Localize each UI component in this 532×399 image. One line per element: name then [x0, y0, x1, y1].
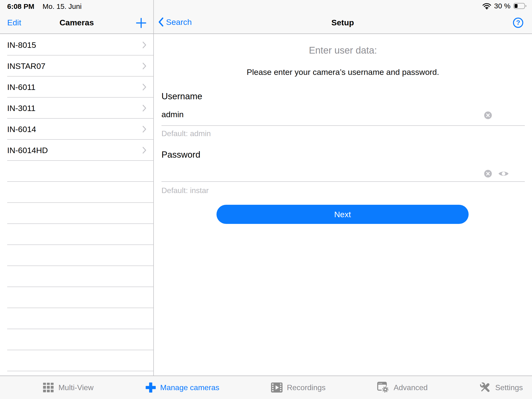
tab-label: Advanced: [393, 383, 427, 392]
chevron-right-icon: [142, 147, 147, 154]
tab-settings[interactable]: Settings: [479, 382, 523, 393]
username-hint: Default: admin: [161, 129, 211, 138]
chevron-right-icon: [142, 63, 147, 70]
camera-name: IN-6011: [7, 76, 35, 98]
tab-manage-cameras[interactable]: Manage cameras: [146, 382, 219, 393]
camera-list-item[interactable]: IN-6014: [0, 119, 153, 140]
password-input[interactable]: [161, 166, 475, 179]
status-bar-right: 30 %: [482, 2, 527, 10]
date: Mo. 15. Juni: [43, 2, 82, 10]
setup-panel: Enter user data: Please enter your camer…: [154, 34, 532, 376]
help-button[interactable]: ?: [512, 17, 524, 28]
camera-name: IN-3011: [7, 98, 35, 119]
battery-icon: [513, 3, 527, 9]
password-hint: Default: instar: [161, 186, 209, 195]
username-underline: [161, 125, 525, 126]
camera-list-item[interactable]: INSTAR07: [0, 56, 153, 76]
chevron-right-icon: [142, 126, 147, 133]
plus-icon: [146, 382, 156, 393]
film-icon: [271, 382, 283, 393]
window-gear-icon: [377, 382, 389, 393]
eye-icon[interactable]: [498, 170, 509, 177]
empty-list-row: [0, 182, 153, 203]
empty-list-row: [0, 224, 153, 245]
svg-text:?: ?: [516, 19, 520, 26]
add-camera-button[interactable]: [136, 18, 146, 28]
tab-label: Settings: [495, 383, 523, 392]
camera-list-item[interactable]: IN-3011: [0, 98, 153, 119]
form-heading: Enter user data:: [154, 45, 532, 56]
camera-name: INSTAR07: [7, 56, 45, 76]
camera-name: IN-6014HD: [7, 140, 48, 161]
camera-list-item[interactable]: IN-8015: [0, 34, 153, 56]
password-underline: [161, 181, 525, 182]
tab-label: Manage cameras: [160, 383, 219, 392]
empty-list-row: [0, 329, 153, 350]
empty-list-row: [0, 308, 153, 329]
clear-icon[interactable]: [484, 111, 492, 119]
camera-name: IN-6014: [7, 119, 36, 140]
grid-icon: [43, 382, 54, 393]
form-subheading: Please enter your camera’s username and …: [154, 67, 532, 77]
sidebar-title: Cameras: [0, 18, 153, 27]
empty-list-row: [0, 350, 153, 371]
tab-multi-view[interactable]: Multi-View: [43, 382, 94, 393]
battery-percent: 30 %: [494, 2, 510, 10]
top-header: 6:08 PM Mo. 15. Juni 30 % Edit Cameras: [0, 0, 532, 34]
empty-list-row: [0, 245, 153, 266]
camera-list-item[interactable]: IN-6014HD: [0, 140, 153, 161]
username-label: Username: [161, 91, 202, 101]
camera-name: IN-8015: [7, 34, 36, 56]
camera-list: IN-8015 INSTAR07 IN-6011 IN-3011 IN-6014: [0, 34, 153, 376]
chevron-right-icon: [142, 83, 147, 91]
empty-list-row: [0, 266, 153, 287]
tab-bar: Multi-View Manage cameras: [0, 376, 532, 399]
tab-label: Multi-View: [58, 383, 94, 392]
tools-icon: [479, 382, 491, 393]
password-label: Password: [161, 150, 200, 160]
tab-recordings[interactable]: Recordings: [271, 382, 326, 393]
chevron-right-icon: [142, 41, 147, 49]
tab-advanced[interactable]: Advanced: [377, 382, 427, 393]
username-input[interactable]: [161, 108, 475, 121]
wifi-icon: [482, 3, 491, 9]
empty-list-row: [0, 161, 153, 182]
camera-list-item[interactable]: IN-6011: [0, 76, 153, 98]
page-title: Setup: [153, 18, 532, 27]
next-button[interactable]: Next: [216, 205, 469, 224]
clock: 6:08 PM: [7, 2, 34, 10]
status-bar-left: 6:08 PM Mo. 15. Juni: [7, 2, 82, 11]
empty-list-row: [0, 287, 153, 308]
empty-list-row: [0, 203, 153, 224]
clear-icon[interactable]: [484, 170, 492, 177]
chevron-right-icon: [142, 105, 147, 112]
tab-label: Recordings: [287, 383, 326, 392]
